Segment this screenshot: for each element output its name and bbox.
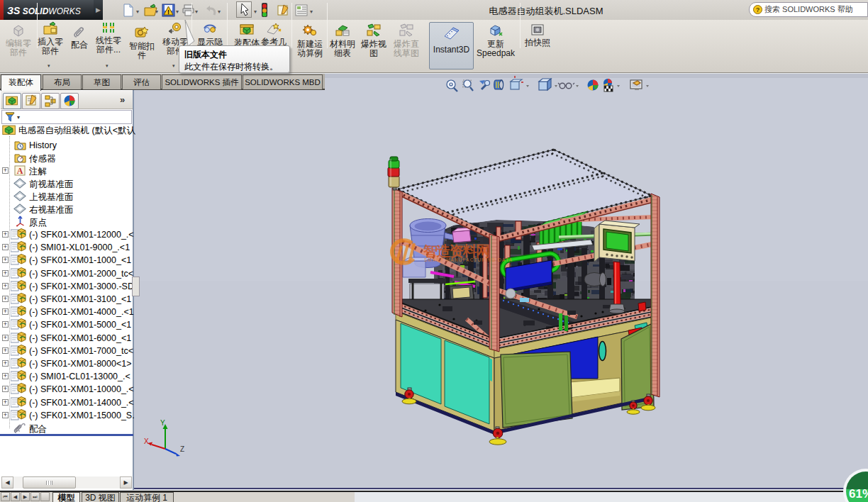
svg-text:?: ?: [756, 6, 760, 13]
svg-text:智造资料网: 智造资料网: [423, 243, 489, 259]
svg-text:X: X: [144, 437, 149, 445]
svg-text:Z: Z: [180, 445, 184, 453]
svg-text:!: !: [167, 9, 169, 16]
svg-text:Y: Y: [160, 419, 165, 427]
svg-text:SMART MANUFACTURING DATA: SMART MANUFACTURING DATA: [424, 257, 513, 262]
svg-text:A: A: [17, 166, 23, 176]
